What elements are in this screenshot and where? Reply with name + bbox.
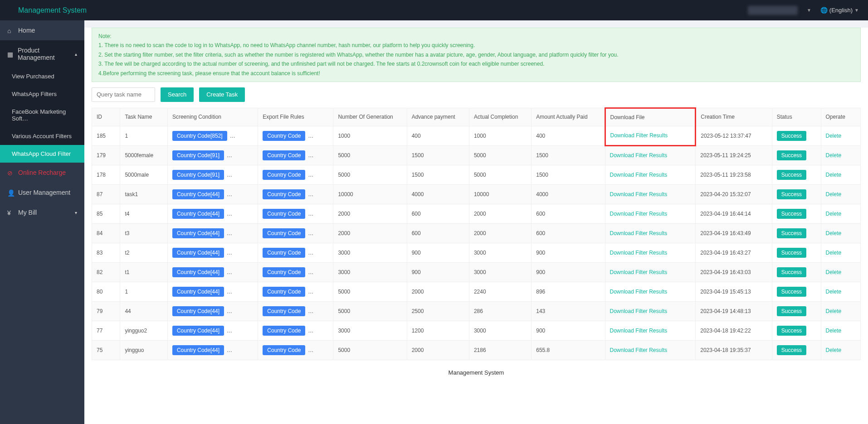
sidebar-item-user-management[interactable]: 👤 User Management: [0, 183, 84, 202]
cell-status: Success: [772, 165, 821, 184]
ellipsis: …: [227, 250, 232, 256]
country-code-tag: Country Code[44]: [172, 209, 224, 219]
download-filter-results-link[interactable]: Download Filter Results: [610, 289, 668, 295]
export-tag: Country Code: [263, 209, 305, 219]
sidebar-item-home[interactable]: ⌂ Home: [0, 20, 84, 40]
cell-operate: Delete: [821, 282, 860, 301]
cell-task-name: 5000female: [120, 145, 168, 165]
cell-status: Success: [772, 340, 821, 360]
download-filter-results-link[interactable]: Download Filter Results: [610, 230, 668, 236]
country-code-tag: Country Code[44]: [172, 326, 224, 336]
cell-amount-paid: 900: [532, 262, 605, 282]
download-filter-results-link[interactable]: Download Filter Results: [610, 132, 668, 139]
cell-actual-completion: 3000: [469, 321, 531, 340]
status-badge: Success: [777, 248, 806, 258]
sidebar-item-whatsapp-cloud-filter[interactable]: WhatsApp Cloud Filter: [0, 145, 84, 163]
delete-link[interactable]: Delete: [826, 347, 842, 353]
create-task-button[interactable]: Create Task: [199, 87, 245, 102]
sidebar-item-my-bill[interactable]: ¥ My Bill ▾: [0, 202, 84, 222]
cell-num-generation: 5000: [333, 145, 407, 165]
ellipsis: …: [227, 328, 232, 334]
sidebar-item-online-recharge[interactable]: ⊘ Online Recharge: [0, 163, 84, 183]
cell-actual-completion: 5000: [469, 145, 531, 165]
query-task-input[interactable]: [92, 87, 155, 102]
delete-link[interactable]: Delete: [826, 250, 842, 256]
sidebar-item-whatsapp-filters[interactable]: WhatsApp Filters: [0, 85, 84, 103]
download-filter-results-link[interactable]: Download Filter Results: [610, 172, 668, 178]
table-row: 87task1Country Code[44]…Country Code…100…: [92, 184, 861, 204]
cell-export-rules: Country Code…: [258, 145, 333, 165]
search-button[interactable]: Search: [161, 87, 194, 102]
cell-download-file: Download Filter Results: [605, 282, 696, 301]
cell-download-file: Download Filter Results: [605, 243, 696, 262]
delete-link[interactable]: Delete: [826, 191, 842, 198]
language-selector[interactable]: 🌐 (English) ▼: [820, 7, 859, 14]
ellipsis: …: [308, 269, 313, 275]
cell-export-rules: Country Code…: [258, 184, 333, 204]
table-row: 1851Country Code[852]…Country Code…10004…: [92, 126, 861, 145]
cell-status: Success: [772, 282, 821, 301]
download-filter-results-link[interactable]: Download Filter Results: [610, 211, 668, 217]
ellipsis: …: [227, 152, 232, 159]
cell-screening-condition: Country Code[44]…: [167, 243, 258, 262]
download-filter-results-link[interactable]: Download Filter Results: [610, 347, 668, 353]
cell-advance-payment: 4000: [407, 184, 469, 204]
delete-link[interactable]: Delete: [826, 269, 842, 275]
th-export-rules: Export File Rules: [258, 108, 333, 126]
tasks-table: ID Task Name Screening Condition Export …: [92, 107, 861, 360]
delete-link[interactable]: Delete: [826, 152, 842, 159]
table-row: 84t3Country Code[44]…Country Code…200060…: [92, 223, 861, 243]
th-screening-condition: Screening Condition: [167, 108, 258, 126]
delete-link[interactable]: Delete: [826, 230, 842, 236]
download-filter-results-link[interactable]: Download Filter Results: [610, 152, 668, 159]
download-filter-results-link[interactable]: Download Filter Results: [610, 308, 668, 314]
th-actual-completion: Actual Completion: [469, 108, 531, 126]
th-num-generation: Number Of Generation: [333, 108, 407, 126]
sidebar-item-view-purchased[interactable]: View Purchased: [0, 67, 84, 85]
delete-link[interactable]: Delete: [826, 289, 842, 295]
ellipsis: …: [308, 172, 313, 178]
cell-status: Success: [772, 301, 821, 321]
delete-link[interactable]: Delete: [826, 211, 842, 217]
sidebar-item-facebook-marketing[interactable]: FaceBook Marketing Soft…: [0, 103, 84, 127]
sidebar-item-various-account-filters[interactable]: Various Account Filters: [0, 127, 84, 145]
download-filter-results-link[interactable]: Download Filter Results: [610, 269, 668, 275]
delete-link[interactable]: Delete: [826, 172, 842, 178]
cell-amount-paid: 655.8: [532, 340, 605, 360]
footer-text: Management System: [84, 360, 868, 379]
export-tag: Country Code: [263, 345, 305, 355]
user-obscured[interactable]: [748, 6, 798, 15]
sidebar-item-product-management[interactable]: ▦ Product Management ▴: [0, 40, 84, 67]
cell-amount-paid: 600: [532, 223, 605, 243]
table-row: 801Country Code[44]…Country Code…5000200…: [92, 282, 861, 301]
sidebar-bill-label: My Bill: [18, 209, 37, 216]
sidebar: ⌂ Home ▦ Product Management ▴ View Purch…: [0, 20, 84, 424]
delete-link[interactable]: Delete: [826, 328, 842, 334]
cell-num-generation: 2000: [333, 223, 407, 243]
ellipsis: …: [308, 308, 313, 314]
cell-download-file: Download Filter Results: [605, 223, 696, 243]
delete-link[interactable]: Delete: [826, 308, 842, 314]
download-filter-results-link[interactable]: Download Filter Results: [610, 191, 668, 198]
cell-amount-paid: 600: [532, 204, 605, 223]
th-amount-paid: Amount Actually Paid: [532, 108, 605, 126]
export-tag: Country Code: [263, 306, 305, 316]
status-badge: Success: [777, 209, 806, 219]
cell-advance-payment: 600: [407, 223, 469, 243]
export-tag: Country Code: [263, 326, 305, 336]
user-caret-icon[interactable]: ▼: [807, 8, 811, 13]
delete-link[interactable]: Delete: [826, 133, 842, 139]
sidebar-product-label: Product Management: [18, 47, 70, 61]
cell-screening-condition: Country Code[44]…: [167, 204, 258, 223]
cell-actual-completion: 3000: [469, 262, 531, 282]
cell-status: Success: [772, 204, 821, 223]
ellipsis: …: [308, 230, 313, 236]
status-badge: Success: [777, 267, 806, 277]
cell-advance-payment: 2000: [407, 340, 469, 360]
download-filter-results-link[interactable]: Download Filter Results: [610, 250, 668, 256]
country-code-tag: Country Code[44]: [172, 287, 224, 297]
cell-operate: Delete: [821, 223, 860, 243]
download-filter-results-link[interactable]: Download Filter Results: [610, 328, 668, 334]
cell-id: 185: [92, 126, 120, 145]
ellipsis: …: [227, 211, 232, 217]
